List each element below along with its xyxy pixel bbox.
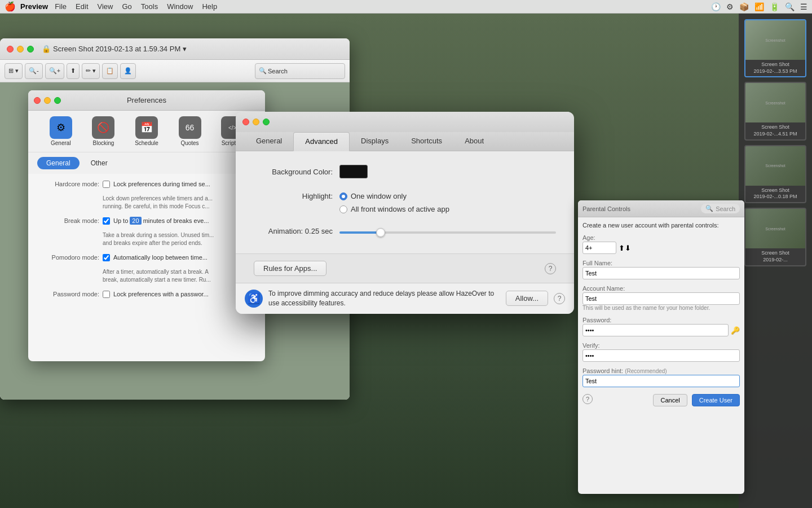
prefs-maximize-button[interactable] — [54, 97, 61, 104]
search-icon[interactable]: 🔍 — [785, 2, 795, 11]
parental-controls-search[interactable]: 🔍 Search — [701, 204, 740, 213]
dialog-maximize-button[interactable] — [263, 119, 270, 125]
minimize-button[interactable] — [17, 46, 24, 52]
allow-help-button[interactable]: ? — [554, 293, 565, 304]
pen-tool[interactable]: ✏ ▾ — [82, 63, 100, 79]
dialog-close-button[interactable] — [242, 119, 249, 125]
screenshot-thumb-1[interactable]: Screenshot Screen Shot2019-02-...3.53 PM — [744, 19, 806, 77]
blocking-icon-label: Blocking — [93, 140, 114, 146]
pomodoro-desc: After a timer, automatically start a bre… — [103, 268, 256, 284]
lock-icon: 🔒 — [42, 45, 51, 53]
close-button[interactable] — [7, 46, 14, 52]
menu-view[interactable]: View — [98, 2, 113, 11]
password-reveal-icon[interactable]: 🔑 — [731, 326, 740, 335]
screenshot-thumb-4[interactable]: Screenshot Screen Shot2019-02-... — [744, 208, 806, 266]
screenshot-label-4: Screen Shot2019-02-... — [745, 248, 805, 265]
prefs-icon-bar: ⚙ General 🚫 Blocking 📅 Schedule 66 Quote… — [28, 111, 265, 152]
dropbox-icon[interactable]: 📦 — [739, 2, 749, 11]
pc-help-button[interactable]: ? — [582, 394, 593, 404]
age-stepper[interactable]: ⬆⬇ — [619, 244, 631, 252]
menu-tools[interactable]: Tools — [141, 2, 158, 11]
prefs-minimize-button[interactable] — [44, 97, 51, 104]
dialog-minimize-button[interactable] — [253, 119, 259, 125]
apple-menu[interactable]: 🍎 — [5, 1, 16, 12]
menu-help[interactable]: Help — [202, 2, 217, 11]
prefs-icon-general[interactable]: ⚙ General — [50, 116, 72, 146]
blocking-icon: 🚫 — [92, 116, 114, 139]
hint-input[interactable] — [582, 375, 740, 387]
wifi-icon[interactable]: 📶 — [754, 2, 764, 11]
create-user-button[interactable]: Create User — [692, 394, 740, 406]
screenshot-thumb-2[interactable]: Screenshot Screen Shot2019-02-...4.51 PM — [744, 82, 806, 140]
highlight-options: One window only All front windows of act… — [339, 192, 449, 213]
stamp-tool[interactable]: 📋 — [102, 63, 118, 79]
hint-field: Password hint: (Recommended) — [582, 366, 740, 387]
prefs-tab-general[interactable]: General — [37, 157, 80, 169]
hardcore-mode-checkbox[interactable] — [103, 181, 110, 188]
screenshot-img-3: Screenshot — [745, 146, 805, 186]
animation-slider-thumb — [376, 228, 385, 237]
tab-displays[interactable]: Displays — [350, 132, 400, 151]
tab-general[interactable]: General — [245, 132, 293, 151]
rules-for-apps-button[interactable]: Rules for Apps... — [254, 261, 326, 276]
prefs-icon-schedule[interactable]: 📅 Schedule — [135, 116, 158, 146]
tab-shortcuts[interactable]: Shortcuts — [400, 132, 453, 151]
color-swatch[interactable] — [339, 165, 368, 178]
radio-all-front[interactable]: All front windows of active app — [339, 205, 449, 213]
view-selector[interactable]: ⊞ ▾ — [5, 63, 23, 79]
password-input[interactable] — [582, 324, 729, 336]
animation-value: 0.25 sec — [305, 227, 333, 235]
accessibility-icon: ♿ — [245, 290, 263, 308]
pomodoro-mode-checkbox[interactable] — [103, 254, 110, 261]
password-mode-checkbox[interactable] — [103, 291, 110, 298]
prefs-tab-other[interactable]: Other — [82, 157, 117, 169]
break-mode-checkbox[interactable] — [103, 217, 110, 225]
share-button[interactable]: ⬆ — [67, 63, 80, 79]
verify-input[interactable] — [582, 349, 740, 362]
chevron-down-icon[interactable]: ▾ — [183, 45, 187, 53]
radio-all-front-circle — [339, 205, 347, 213]
dialog-help-button[interactable]: ? — [545, 263, 556, 274]
zoom-in-button[interactable]: 🔍+ — [45, 63, 64, 79]
screenshot-thumb-3[interactable]: Screenshot Screen Shot2019-02-...0.18 PM — [744, 145, 806, 203]
parental-controls-titlebar: Parental Controls 🔍 Search — [578, 200, 744, 217]
pomodoro-mode-row: Pomodoro mode: Automatically loop betwee… — [37, 254, 256, 261]
menu-file[interactable]: File — [55, 2, 67, 11]
prefs-titlebar: Preferences — [28, 90, 265, 111]
allow-button[interactable]: Allow... — [506, 291, 548, 306]
parental-controls-title: Parental Controls — [582, 205, 630, 212]
preview-toolbar: ⊞ ▾ 🔍- 🔍+ ⬆ ✏ ▾ 📋 👤 🔍 Search — [0, 60, 350, 82]
full-name-label: Full Name: — [582, 260, 612, 266]
user-tool[interactable]: 👤 — [120, 63, 136, 79]
battery-icon[interactable]: 🔋 — [770, 2, 779, 11]
prefs-icon-blocking[interactable]: 🚫 Blocking — [92, 116, 114, 146]
screenshot-label-3: Screen Shot2019-02-...0.18 PM — [745, 186, 805, 202]
hardcore-mode-row: Hardcore mode: Lock preferences during t… — [37, 181, 256, 188]
spotlight-icon[interactable]: ⚙ — [726, 2, 734, 11]
accessibility-banner: ♿ To improve dimming accuracy and reduce… — [236, 283, 574, 314]
list-icon[interactable]: ☰ — [800, 2, 807, 11]
time-machine-icon[interactable]: 🕐 — [711, 2, 721, 11]
tab-about[interactable]: About — [453, 132, 495, 151]
full-name-input[interactable] — [582, 267, 740, 279]
zoom-out-button[interactable]: 🔍- — [25, 63, 43, 79]
parental-controls-body: Create a new user account with parental … — [578, 217, 744, 411]
app-menu[interactable]: Preview — [20, 2, 48, 11]
menu-go[interactable]: Go — [122, 2, 131, 11]
background-color-label: Background Color: — [254, 168, 333, 176]
age-input[interactable] — [582, 242, 616, 254]
quotes-icon: 66 — [179, 116, 201, 139]
prefs-icon-quotes[interactable]: 66 Quotes — [179, 116, 201, 146]
account-name-input[interactable] — [582, 292, 740, 305]
maximize-button[interactable] — [27, 46, 34, 52]
menu-window[interactable]: Window — [167, 2, 193, 11]
radio-one-window[interactable]: One window only — [339, 192, 449, 200]
prefs-close-button[interactable] — [34, 97, 41, 104]
menu-edit[interactable]: Edit — [76, 2, 88, 11]
tab-advanced[interactable]: Advanced — [293, 132, 350, 151]
search-field[interactable]: 🔍 Search — [255, 63, 345, 79]
hint-label: Password hint: (Recommended) — [582, 367, 667, 374]
prefs-title: Preferences — [127, 96, 166, 104]
full-name-field: Full Name: — [582, 259, 740, 279]
cancel-button[interactable]: Cancel — [653, 394, 687, 406]
